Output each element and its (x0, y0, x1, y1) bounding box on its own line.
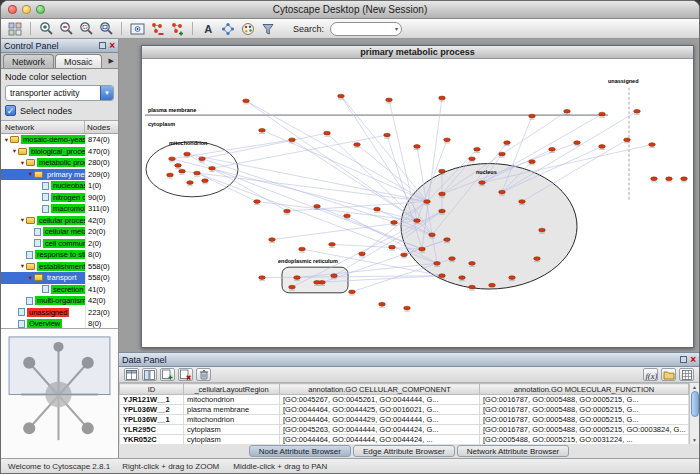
window-titlebar[interactable]: Cytoscape Desktop (New Session) (1, 1, 699, 19)
table-cell[interactable]: [GO:0016787, GO:0005488, GO:0005215, GO:… (480, 425, 689, 435)
table-cell[interactable]: YJR121W__1 (120, 395, 184, 405)
close-panel-icon[interactable]: × (109, 41, 115, 51)
table-cell[interactable]: [GO:0044464, GO:0044425, GO:0016021, G..… (280, 405, 480, 415)
tab-mosaic[interactable]: Mosaic (55, 54, 102, 68)
tree-item[interactable]: response to stimul...8(0) (1, 249, 118, 261)
scroll-down-icon[interactable]: ▼ (692, 437, 697, 443)
tree-item[interactable]: nucleobase...1(0) (1, 180, 118, 192)
table-cell[interactable]: YKR052C (120, 435, 184, 445)
tree-item[interactable]: ▼establishment of l...558(0) (1, 261, 118, 273)
table-row[interactable]: YLR295Ccytoplasm[GO:0045263, GO:0044444,… (120, 425, 689, 435)
table-row[interactable]: YPL036W__1mitochondrion[GO:0044464, GO:0… (120, 415, 689, 425)
tree-item[interactable]: ▼cellular process42(0) (1, 215, 118, 227)
tree-item[interactable]: ▼biological_process470(0) (1, 146, 118, 158)
tree-item[interactable]: cell communica...2(0) (1, 238, 118, 250)
table-cell[interactable]: [GO:0016787, GO:0005488, GO:0005215, G..… (480, 405, 689, 415)
tree-expander-icon[interactable]: ▼ (19, 217, 26, 223)
select-nodes-checkbox[interactable]: ✓ (5, 105, 16, 116)
import-table-icon[interactable] (661, 368, 676, 381)
tab-network-attribute-browser[interactable]: Network Attribute Browser (457, 445, 569, 457)
tree-item[interactable]: ▼primary metab...209(0) (1, 169, 118, 181)
tree-item[interactable]: ▼metabolic process280(0) (1, 157, 118, 169)
table-cell[interactable]: YPL036W__1 (120, 415, 184, 425)
table-cell[interactable]: cytoplasm (184, 425, 280, 435)
column-header[interactable]: _cellularLayoutRegion (184, 384, 280, 395)
tree-expander-icon[interactable]: ▼ (3, 137, 10, 143)
attribute-table[interactable]: ID_cellularLayoutRegionannotation.GO CEL… (119, 383, 689, 444)
birds-eye-view[interactable] (1, 328, 118, 458)
tree-expander-icon[interactable]: ▼ (19, 160, 26, 166)
table-row[interactable]: YPL036W__2plasma membrane[GO:0044464, GO… (120, 405, 689, 415)
tree-header-network[interactable]: Network (1, 121, 85, 133)
tree-item[interactable]: unassigned223(0) (1, 307, 118, 319)
vizmapper-icon[interactable] (239, 20, 257, 37)
zoom-selected-icon[interactable] (77, 20, 95, 37)
column-header[interactable]: ID (120, 384, 184, 395)
tree-header-nodes[interactable]: Nodes (85, 123, 118, 132)
float-panel-icon[interactable] (99, 42, 106, 49)
tab-network[interactable]: Network (3, 54, 54, 68)
tree-item[interactable]: macromolecule...311(0) (1, 203, 118, 215)
table-cell[interactable]: [GO:0005488, GO:0005215, GO:0031224, ... (480, 435, 689, 445)
zoom-fit-icon[interactable] (97, 20, 115, 37)
attribute-select-icon[interactable] (124, 368, 139, 381)
table-cell[interactable]: mitochondrion (184, 395, 280, 405)
zoom-window-button[interactable] (36, 5, 45, 14)
tree-expander-icon[interactable]: ▼ (27, 171, 34, 177)
zoom-out-icon[interactable] (57, 20, 75, 37)
new-attribute-icon[interactable] (160, 368, 175, 381)
table-cell[interactable]: plasma membrane (184, 405, 280, 415)
tree-item[interactable]: secretion41(0) (1, 284, 118, 296)
function-builder-icon[interactable]: f(x) (643, 368, 658, 381)
table-cell[interactable]: YLR295C (120, 425, 184, 435)
tree-item[interactable]: ▼mosaic-demo-yeast874(0) (1, 134, 118, 146)
tab-scroll-right-icon[interactable]: ▶ (109, 57, 116, 68)
table-cell[interactable]: [GO:0045263, GO:0044444, GO:0044424, G..… (280, 425, 480, 435)
birds-eye-icon[interactable] (128, 20, 146, 37)
grid-icon[interactable] (6, 20, 24, 37)
close-window-button[interactable] (8, 5, 17, 14)
scrollbar-thumb[interactable] (691, 391, 699, 417)
table-cell[interactable]: cytoplasm (184, 435, 280, 445)
hide-selected-icon[interactable] (148, 20, 166, 37)
tree-item[interactable]: Overview8(0) (1, 318, 118, 328)
table-cell[interactable]: [GO:0045267, GO:0045261, GO:0044444, G..… (280, 395, 480, 405)
search-dropdown-icon[interactable]: ▾ (395, 25, 398, 32)
tree-item[interactable]: cellular metabo...20(0) (1, 226, 118, 238)
table-cell[interactable]: YPL036W__2 (120, 405, 184, 415)
column-header[interactable]: annotation.GO CELLULAR_COMPONENT (280, 384, 480, 395)
node-color-dropdown[interactable]: transporter activity ▼ (5, 85, 114, 101)
table-cell[interactable]: [GO:0016787, GO:0005488, GO:0005215, G..… (480, 395, 689, 405)
table-row[interactable]: YJR121W__1mitochondrion[GO:0045267, GO:0… (120, 395, 689, 405)
tree-expander-icon[interactable]: ▼ (11, 148, 18, 154)
float-panel-icon[interactable] (680, 356, 687, 363)
tab-node-attribute-browser[interactable]: Node Attribute Browser (249, 445, 351, 457)
tree-item[interactable]: nitrogen compo...90(0) (1, 192, 118, 204)
tree-item[interactable]: ▼transport558(0) (1, 272, 118, 284)
attribute-layout-icon[interactable] (142, 368, 157, 381)
trash-icon[interactable] (196, 368, 211, 381)
tree-expander-icon[interactable]: ▼ (19, 263, 26, 269)
table-cell[interactable]: mitochondrion (184, 415, 280, 425)
matrix-icon[interactable] (679, 368, 694, 381)
table-cell[interactable]: [GO:0044464, GO:0044444, GO:0044424, ... (280, 435, 480, 445)
table-scrollbar[interactable]: ▲ ▼ (689, 383, 699, 444)
table-cell[interactable]: [GO:0016787, GO:0005488, GO:0005215, G..… (480, 415, 689, 425)
table-row[interactable]: YKR052Ccytoplasm[GO:0044464, GO:0044444,… (120, 435, 689, 445)
network-canvas[interactable]: plasma membranecytoplasmmitochondrionnuc… (142, 59, 693, 347)
tree-expander-icon[interactable]: ▼ (27, 275, 34, 281)
close-panel-icon[interactable]: × (690, 355, 696, 365)
minimize-window-button[interactable] (22, 5, 31, 14)
layout-icon[interactable] (219, 20, 237, 37)
delete-attribute-icon[interactable] (178, 368, 193, 381)
annotation-icon[interactable]: A (199, 20, 217, 37)
tree-item[interactable]: multi-organism pro...42(0) (1, 295, 118, 307)
zoom-in-icon[interactable] (37, 20, 55, 37)
table-cell[interactable]: [GO:0044464, GO:0044429, GO:0044444, G..… (280, 415, 480, 425)
network-view-title[interactable]: primary metabolic process (142, 46, 693, 59)
search-input[interactable] (334, 23, 395, 35)
new-network-icon[interactable] (168, 20, 186, 37)
tab-edge-attribute-browser[interactable]: Edge Attribute Browser (353, 445, 455, 457)
column-header[interactable]: annotation.GO MOLECULAR_FUNCTION (480, 384, 689, 395)
filter-icon[interactable] (259, 20, 277, 37)
